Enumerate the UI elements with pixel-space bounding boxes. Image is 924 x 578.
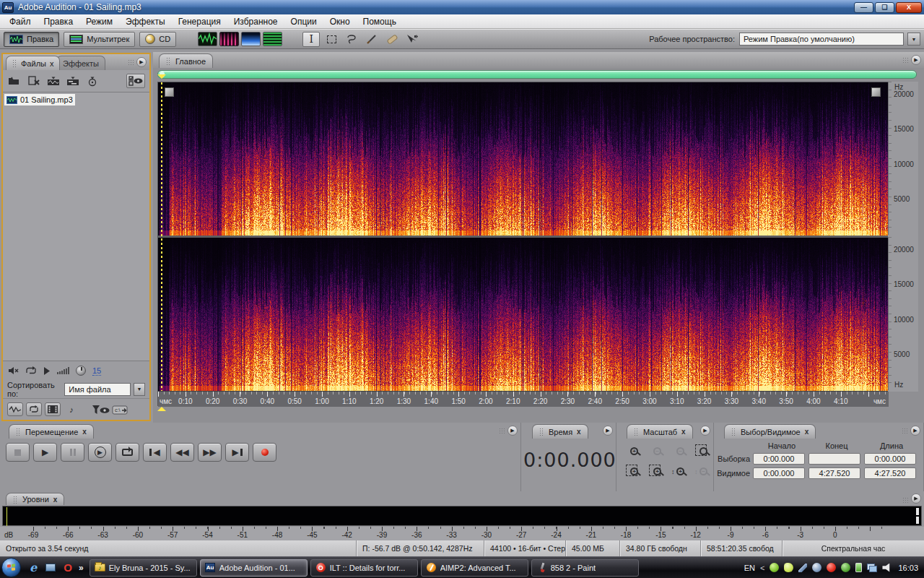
menu-favorites[interactable]: Избранное [227, 15, 284, 28]
frequency-ruler[interactable]: Hz 2000015000100005000 Hz 20000150001000… [888, 82, 918, 392]
tab-zoom[interactable]: Масштаб x [627, 424, 693, 439]
sort-dropdown-arrow[interactable]: ▼ [134, 383, 145, 396]
files-options-toggle[interactable] [126, 74, 145, 88]
time-ruler[interactable]: чмс чмс 0:100:200:300:400:501:001:101:20… [158, 391, 889, 407]
taskbar-item-explorer[interactable]: ♪ Ely Bruna - 2015 - Sy... [90, 559, 197, 577]
show-audio-files-toggle[interactable] [7, 402, 23, 416]
taskbar-item-paint[interactable]: 858 2 - Paint [531, 559, 639, 577]
tab-selection[interactable]: Выбор/Видимое x [724, 424, 816, 439]
import-file-button[interactable] [7, 74, 22, 87]
menu-generate[interactable]: Генерация [172, 15, 227, 28]
view-length-field[interactable]: 4:27.520 [864, 467, 916, 479]
menu-view[interactable]: Режим [79, 15, 119, 28]
restore-button[interactable]: ❏ [875, 2, 894, 13]
current-time-display[interactable]: 0:00.000 [523, 449, 616, 471]
preview-volume-knob[interactable] [76, 366, 86, 376]
level-meter[interactable] [2, 506, 922, 526]
spot-healing-tool[interactable] [383, 32, 401, 47]
tab-zoom-close-icon[interactable]: x [681, 428, 686, 436]
transport-panel-menu-button[interactable]: ▶ [507, 426, 518, 436]
quick-launch-overflow-icon[interactable]: » [79, 563, 84, 573]
zoom-out-horizontal-button[interactable]: − [647, 442, 668, 460]
menu-file[interactable]: Файл [3, 15, 38, 28]
zoom-out-vertical-button[interactable]: ↕− [693, 462, 714, 480]
sort-select[interactable]: Имя файла [64, 383, 131, 396]
internet-explorer-icon[interactable]: e [27, 561, 40, 574]
cd-view-button[interactable]: CD [139, 32, 176, 47]
red-app-tray-icon[interactable] [827, 563, 836, 572]
taskbar-item-browser[interactable]: O ILT :: Details for torr... [310, 559, 418, 577]
view-end-field[interactable]: 4:27.520 [808, 467, 860, 479]
green-app-tray-icon[interactable] [841, 563, 850, 572]
play-looped-button[interactable] [116, 443, 139, 462]
stop-button[interactable] [6, 443, 30, 462]
volume-tray-icon[interactable] [882, 564, 892, 572]
zoom-to-selection-button[interactable] [693, 442, 714, 460]
multitrack-view-button[interactable]: Мультитрек [64, 32, 135, 47]
minimize-button[interactable]: — [854, 2, 873, 13]
zoom-in-vertical-button[interactable]: ↕+ [670, 462, 691, 480]
loop-preview-icon[interactable] [25, 366, 37, 375]
tray-collapse-icon[interactable]: < [760, 564, 764, 572]
pen-tray-icon[interactable] [798, 564, 807, 572]
fast-forward-button[interactable]: ▶▶ [198, 443, 222, 462]
phase-display-button[interactable] [263, 32, 282, 46]
tab-time[interactable]: Время x [532, 424, 588, 439]
record-button[interactable] [253, 443, 276, 462]
zoom-in-horizontal-button[interactable]: + [624, 442, 645, 460]
spectral-display-button[interactable] [219, 32, 239, 46]
menu-edit[interactable]: Правка [38, 15, 80, 28]
insert-into-multitrack-button[interactable] [66, 74, 80, 87]
tab-levels[interactable]: Уровни x [6, 493, 64, 505]
globe-tray-icon[interactable] [812, 563, 821, 572]
start-button[interactable] [1, 558, 21, 577]
playhead-cursor[interactable] [161, 82, 162, 391]
view-start-field[interactable]: 0:00.000 [753, 467, 805, 479]
zoom-panel-menu-button[interactable]: ▶ [700, 426, 710, 436]
preview-volume-icon[interactable] [57, 367, 69, 374]
opera-icon[interactable]: O [61, 561, 74, 574]
show-midi-files-toggle[interactable]: ♪ [64, 402, 79, 416]
play-button[interactable]: ▶ [33, 443, 57, 462]
scrub-tool[interactable] [404, 32, 421, 47]
battery-tray-icon[interactable] [855, 563, 862, 572]
selection-handle-left[interactable] [165, 87, 174, 97]
preview-play-icon[interactable] [43, 367, 51, 375]
spectrogram-right-channel[interactable] [158, 238, 889, 391]
spectrogram-display[interactable]: чмс чмс 0:100:200:300:400:501:001:101:20… [157, 82, 888, 406]
marquee-selection-tool[interactable] [323, 32, 340, 47]
insert-into-edit-button[interactable] [46, 74, 61, 87]
selection-panel-menu-button[interactable]: ▶ [910, 426, 920, 436]
selection-end-field[interactable] [808, 453, 860, 465]
playhead-marker-top[interactable] [157, 74, 166, 79]
selection-handle-right[interactable] [871, 87, 881, 97]
menu-help[interactable]: Помощь [357, 15, 403, 28]
menu-effects[interactable]: Эффекты [119, 15, 172, 28]
show-loop-files-toggle[interactable] [26, 402, 42, 416]
spectrogram-left-channel[interactable] [158, 82, 889, 236]
insert-into-cd-button[interactable] [85, 74, 100, 87]
tab-files[interactable]: Файлы x [6, 56, 60, 70]
limewire-tray-icon[interactable] [784, 563, 793, 572]
lasso-selection-tool[interactable] [343, 32, 360, 47]
show-desktop-icon[interactable] [44, 561, 57, 574]
show-full-paths-icon[interactable]: c:\ [113, 405, 127, 414]
zoom-selection-right-button[interactable]: + [647, 462, 668, 480]
tab-transport-close-icon[interactable]: x [82, 428, 87, 436]
filter-options-icon[interactable] [92, 405, 110, 415]
db-ruler[interactable]: dB -69-66-63-60-57-54-51-48-45-42-39-36-… [0, 527, 924, 540]
time-panel-menu-button[interactable]: ▶ [603, 426, 613, 436]
spectral-pan-display-button[interactable] [241, 32, 261, 46]
zoom-selection-left-button[interactable]: + [624, 462, 645, 480]
files-panel-menu-button[interactable]: ▶ [136, 57, 147, 67]
utorrent-tray-icon[interactable] [770, 563, 779, 572]
tab-time-close-icon[interactable]: x [577, 428, 581, 436]
tab-levels-close-icon[interactable]: x [53, 496, 58, 504]
levels-panel-menu-button[interactable]: ▶ [911, 493, 921, 504]
menu-window[interactable]: Окно [323, 15, 357, 28]
playhead-marker-bottom[interactable] [157, 407, 166, 411]
play-from-cursor-button[interactable]: ▶ [88, 443, 112, 462]
main-panel-menu-button[interactable]: ▶ [911, 55, 921, 65]
tab-main[interactable]: Главное [159, 53, 213, 68]
selection-start-field[interactable]: 0:00.000 [753, 453, 805, 465]
